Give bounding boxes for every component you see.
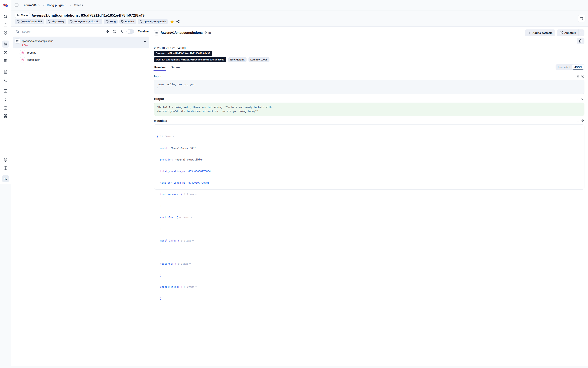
tags-row: Qwen3-Coder:30B ai-gateway anonymous_c1f…	[15, 19, 180, 24]
list-tree-icon	[15, 38, 20, 44]
tag-label: anonymous_c1fca27...	[74, 20, 100, 23]
tag-label: ai-gateway	[52, 20, 64, 23]
json-line: time_per_token_ms: 8.490197798785	[157, 181, 294, 184]
tag-chip[interactable]: no-chat	[119, 19, 136, 24]
app-logo-icon[interactable]	[3, 3, 8, 8]
timeline-toggle-label: Timeline	[138, 30, 149, 33]
tree-root-label: /qwen/v1/chat/completions	[22, 39, 53, 43]
input-section-title: Input	[154, 74, 161, 78]
tag-icon	[70, 20, 73, 23]
tag-chip[interactable]: kong	[104, 19, 118, 24]
sidebar-item-users[interactable]	[2, 57, 9, 64]
sidebar-item-datasets[interactable]	[2, 112, 9, 120]
percent-square-icon	[3, 89, 8, 93]
span-flower-icon	[20, 57, 25, 62]
gear-icon	[3, 157, 8, 162]
file-code-icon	[3, 70, 8, 74]
sidebar-item-prompts[interactable]	[2, 68, 9, 75]
users-icon	[3, 58, 8, 63]
breadcrumb-project-label: ahura360	[24, 4, 37, 7]
trace-badge-label: Trace	[21, 14, 28, 17]
json-line: total_duration_ms: 433.00008773804	[157, 169, 294, 173]
tab-scores[interactable]: Scores	[171, 66, 181, 71]
session-badge[interactable]: Session: c42fca19b75e13aac2b2106610f81e3…	[154, 51, 212, 56]
sidebar-item-dashboards[interactable]	[2, 30, 9, 37]
json-root-line[interactable]: { 33 Items	[157, 135, 294, 138]
latency-badge: Latency: 1.00s	[248, 57, 269, 62]
output-section-title: Output	[154, 97, 164, 101]
list-tree-icon	[154, 30, 159, 35]
tag-chip[interactable]: anonymous_c1fca27...	[68, 19, 102, 24]
tag-chip[interactable]: openai_compatible	[138, 19, 168, 24]
chevron-down-icon[interactable]	[143, 40, 147, 43]
breadcrumb-slash-icon	[69, 3, 72, 7]
tag-icon	[48, 20, 50, 23]
search-input[interactable]: Search	[16, 30, 106, 33]
sidebar-item-settings[interactable]	[2, 156, 9, 163]
input-content: "user: Hello, how are you? "	[154, 80, 294, 94]
detail-tabs: Preview Scores Formatted JSON	[154, 65, 294, 71]
tree-span-label: prompt	[27, 51, 36, 54]
tree-span-row-completion[interactable]: completion	[13, 56, 149, 63]
tree-root-row[interactable]: /qwen/v1/chat/completions 1.00s	[13, 37, 149, 48]
trace-type-badge: Trace	[15, 13, 30, 18]
sidebar-item-support[interactable]	[2, 165, 9, 172]
search-icon	[16, 30, 19, 33]
page-title: /qwen/v1/chat/completions: 83cd78211d41e…	[32, 13, 144, 18]
sidebar-item-home[interactable]	[2, 21, 9, 28]
breadcrumb-section[interactable]: Kong plugin	[47, 4, 68, 7]
tree-root-duration: 1.00s	[22, 44, 147, 47]
sidebar-item-sessions[interactable]	[2, 49, 9, 56]
list-tree-icon	[3, 42, 8, 46]
star-favorite-icon[interactable]	[170, 19, 174, 24]
sidebar-item-playground[interactable]	[2, 76, 9, 83]
search-placeholder: Search	[22, 30, 31, 33]
copy-icon	[205, 31, 207, 34]
tag-icon	[106, 20, 109, 23]
sidebar-item-search[interactable]	[2, 13, 9, 20]
breadcrumb-page[interactable]: Traces	[74, 4, 83, 7]
tag-label: no-chat	[125, 20, 134, 23]
life-buoy-icon	[3, 166, 8, 170]
download-icon[interactable]	[120, 30, 123, 33]
breadcrumb-slash-icon	[42, 3, 46, 7]
trace-header: Trace /qwen/v1/chat/completions: 83cd782…	[11, 10, 294, 27]
timeline-toggle[interactable]	[126, 29, 134, 34]
json-line: provider: "openai_compatible"	[157, 158, 294, 162]
user-avatar[interactable]: RB	[2, 175, 9, 182]
chevron-down-icon	[38, 4, 41, 7]
search-icon	[3, 14, 8, 19]
tab-preview[interactable]: Preview	[154, 66, 166, 71]
id-label: ID	[208, 31, 211, 34]
tree-connector-line	[19, 64, 21, 64]
panel-left-toggle-icon[interactable]	[14, 3, 19, 8]
tree-span-row-prompt[interactable]: prompt	[13, 49, 149, 56]
trace-tree-panel: Search Timeline /qwen/v1/chat/completion…	[11, 27, 151, 184]
tag-icon	[17, 20, 19, 23]
terminal-icon	[3, 78, 8, 82]
display-settings-icon[interactable]	[113, 30, 116, 33]
tag-icon	[140, 20, 142, 23]
sidebar-item-annotation[interactable]	[2, 104, 9, 111]
sidebar-item-insights[interactable]	[2, 96, 9, 103]
tag-chip[interactable]: Qwen3-Coder:30B	[15, 19, 44, 24]
database-icon	[3, 114, 8, 118]
user-id-badge[interactable]: User ID: anonymous_c1fca2795bbedc5f36678…	[154, 57, 226, 62]
fold-vertical-icon[interactable]	[106, 30, 109, 33]
chevron-down-icon[interactable]	[172, 135, 174, 138]
sidebar-item-evaluators[interactable]	[2, 88, 9, 95]
breadcrumb-project[interactable]: ahura360	[24, 4, 41, 7]
output-content: "Hello! I'm doing well, thank you for as…	[154, 102, 294, 116]
metadata-json-viewer: { 33 Items model: "Qwen3-Coder:30B" prov…	[154, 124, 294, 184]
share-icon[interactable]	[176, 20, 180, 24]
detail-title: /qwen/v1/chat/completions	[161, 31, 203, 35]
json-line: model: "Qwen3-Coder:30B"	[157, 146, 294, 150]
sidebar-item-traces[interactable]	[2, 40, 9, 48]
env-badge: Env: default	[228, 57, 247, 62]
tag-chip[interactable]: ai-gateway	[46, 19, 66, 24]
left-icon-rail: RB	[0, 0, 11, 184]
breadcrumb-section-label: Kong plugin	[47, 4, 64, 7]
dashboard-grid-icon	[3, 31, 8, 35]
copy-id-button[interactable]: ID	[205, 31, 211, 34]
list-tree-icon	[17, 14, 20, 17]
